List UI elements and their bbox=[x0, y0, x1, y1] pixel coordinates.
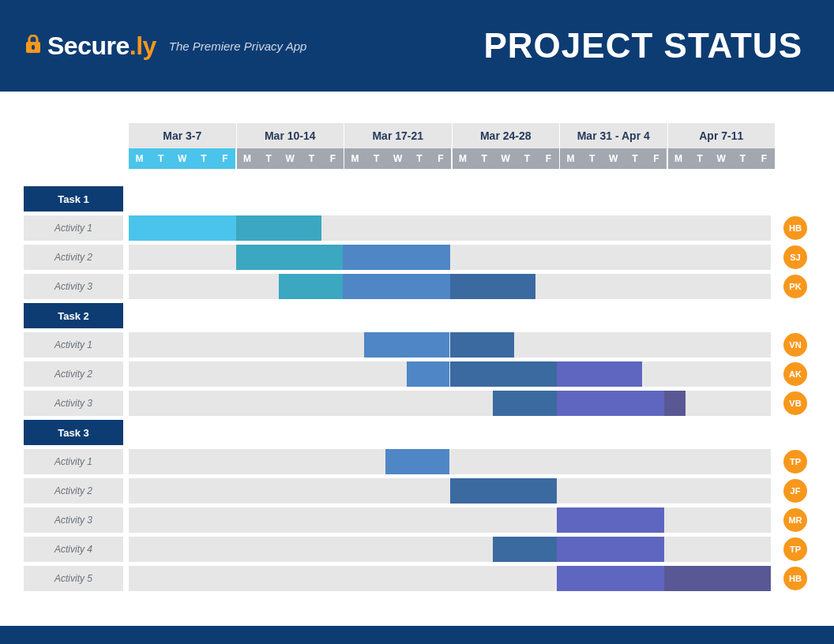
day-header-group: MTWTF bbox=[560, 148, 667, 169]
gantt-bar bbox=[450, 274, 535, 299]
activity-row: Activity 4TP bbox=[24, 537, 810, 562]
day-header-cell: T bbox=[517, 148, 538, 169]
logo-dot: . bbox=[130, 32, 136, 60]
activity-row: Activity 5HB bbox=[24, 566, 810, 591]
day-header-cell: F bbox=[645, 148, 667, 169]
day-header-cell: T bbox=[408, 148, 430, 169]
page-title: PROJECT STATUS bbox=[483, 26, 802, 66]
assignee-badge: VB bbox=[783, 391, 807, 415]
gantt-bar bbox=[450, 478, 558, 504]
gantt-bar bbox=[364, 332, 449, 358]
header: Secure.ly The Premiere Privacy App PROJE… bbox=[0, 0, 834, 92]
task-header-row: Task 1 bbox=[24, 186, 810, 212]
gantt-track bbox=[129, 507, 771, 533]
gantt-track bbox=[129, 245, 771, 270]
task-header-row: Task 3 bbox=[24, 420, 810, 445]
task-label: Task 1 bbox=[24, 186, 123, 212]
activity-label: Activity 2 bbox=[24, 245, 123, 270]
activity-label: Activity 2 bbox=[24, 478, 123, 504]
day-header-cell: T bbox=[258, 148, 280, 169]
day-header-cell: M bbox=[129, 148, 150, 169]
assignee-badge: SJ bbox=[783, 245, 807, 269]
gantt-track bbox=[129, 537, 771, 562]
activity-label: Activity 1 bbox=[24, 449, 123, 474]
activity-row: Activity 3PK bbox=[24, 274, 810, 299]
assignee-badge: HB bbox=[783, 216, 807, 240]
day-header-cell: T bbox=[689, 148, 711, 169]
gantt-track bbox=[129, 215, 771, 241]
svg-rect-1 bbox=[32, 45, 35, 50]
gantt-bar bbox=[236, 215, 321, 241]
assignee-badge: PK bbox=[783, 275, 807, 298]
day-header-cell: T bbox=[581, 148, 603, 169]
day-header-cell: F bbox=[214, 148, 235, 169]
gantt-bar bbox=[385, 449, 449, 474]
day-header-cell: W bbox=[603, 148, 624, 169]
day-header-cell: T bbox=[366, 148, 387, 169]
logo-ly: ly bbox=[136, 32, 156, 60]
gantt-bar bbox=[407, 361, 449, 387]
week-header-row: Mar 3-7Mar 10-14Mar 17-21Mar 24-28Mar 31… bbox=[129, 123, 810, 148]
week-header: Mar 10-14 bbox=[237, 123, 344, 148]
task-header-row: Task 2 bbox=[24, 303, 810, 328]
gantt-bar bbox=[493, 391, 557, 416]
week-header: Mar 24-28 bbox=[453, 123, 560, 148]
activity-label: Activity 3 bbox=[24, 507, 123, 533]
day-header-cell: T bbox=[301, 148, 322, 169]
activity-row: Activity 2AK bbox=[24, 361, 810, 387]
activity-label: Activity 3 bbox=[24, 391, 123, 416]
brand: Secure.ly The Premiere Privacy App bbox=[25, 32, 306, 61]
assignee-badge: AK bbox=[783, 362, 807, 386]
day-header-cell: T bbox=[624, 148, 645, 169]
week-header: Mar 3-7 bbox=[129, 123, 236, 148]
activity-label: Activity 5 bbox=[24, 566, 123, 591]
task-label: Task 2 bbox=[24, 303, 123, 328]
gantt-track bbox=[129, 361, 771, 387]
logo-text: Secure.ly bbox=[47, 32, 156, 61]
day-header-group: MTWTF bbox=[237, 148, 344, 169]
day-header-cell: F bbox=[753, 148, 775, 169]
day-header-cell: M bbox=[453, 148, 474, 169]
week-header: Apr 7-11 bbox=[668, 123, 776, 148]
week-header: Mar 31 - Apr 4 bbox=[560, 123, 667, 148]
task-label: Task 3 bbox=[24, 420, 123, 445]
gantt-bar bbox=[279, 274, 343, 299]
day-header-group: MTWTF bbox=[453, 148, 560, 169]
day-header-cell: W bbox=[495, 148, 517, 169]
day-header-cell: M bbox=[668, 148, 689, 169]
day-header-cell: F bbox=[430, 148, 451, 169]
assignee-badge: MR bbox=[783, 508, 807, 532]
day-header-row: MTWTFMTWTFMTWTFMTWTFMTWTFMTWTF bbox=[129, 148, 810, 169]
assignee-badge: TP bbox=[783, 537, 807, 561]
gantt-bar bbox=[236, 245, 344, 270]
day-header-cell: T bbox=[150, 148, 171, 169]
gantt-bar bbox=[450, 332, 514, 358]
activity-label: Activity 1 bbox=[24, 332, 123, 358]
day-header-cell: W bbox=[711, 148, 732, 169]
day-header-group: MTWTF bbox=[668, 148, 776, 169]
day-header-cell: W bbox=[387, 148, 408, 169]
activity-row: Activity 3VB bbox=[24, 391, 810, 416]
day-header-group: MTWTF bbox=[129, 148, 236, 169]
gantt-bar bbox=[557, 566, 664, 591]
logo: Secure.ly bbox=[25, 32, 156, 61]
footer-bar bbox=[0, 626, 834, 644]
tagline: The Premiere Privacy App bbox=[169, 39, 307, 53]
assignee-badge: VN bbox=[783, 333, 807, 357]
day-header-cell: M bbox=[237, 148, 258, 169]
activity-label: Activity 3 bbox=[24, 274, 123, 299]
gantt-bar bbox=[557, 391, 664, 416]
day-header-cell: F bbox=[538, 148, 559, 169]
gantt-bar bbox=[129, 215, 236, 241]
day-header-cell: M bbox=[560, 148, 581, 169]
day-header-cell: F bbox=[322, 148, 344, 169]
assignee-badge: HB bbox=[783, 567, 807, 590]
gantt-bar bbox=[557, 537, 664, 562]
gantt-track bbox=[129, 449, 771, 474]
day-header-cell: W bbox=[280, 148, 301, 169]
gantt-bar bbox=[343, 245, 450, 270]
lock-icon bbox=[25, 35, 41, 57]
activity-row: Activity 3MR bbox=[24, 507, 810, 533]
gantt-track bbox=[129, 566, 771, 591]
day-header-cell: T bbox=[732, 148, 753, 169]
